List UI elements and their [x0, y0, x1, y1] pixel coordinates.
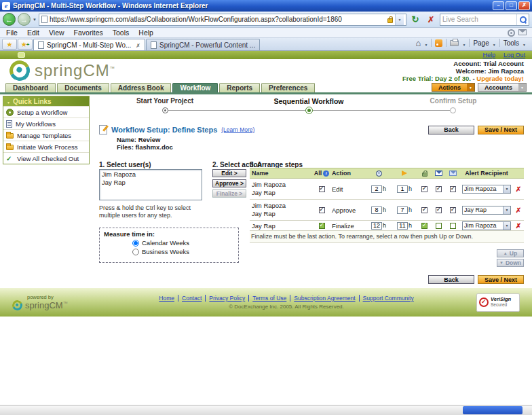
footer-link-subscription[interactable]: Subscription Agreement [290, 295, 355, 302]
alert-time-input[interactable] [397, 206, 408, 214]
step-row-edit[interactable]: Jim Rapoza Jay Rap Edit h h Jim Rapoza [250, 179, 524, 200]
footer-link-support[interactable]: Support Community [359, 295, 414, 302]
option-checkbox[interactable] [436, 186, 442, 192]
users-listbox[interactable]: Jim Rapoza Jay Rap [99, 169, 202, 200]
tools-dropdown-icon[interactable] [522, 37, 526, 49]
step-row-approve[interactable]: Jim Rapoza Jay Rap Approve h h Jay Rap [250, 200, 524, 221]
tab-active[interactable]: SpringCM - Multi-Step Wo... [33, 39, 145, 50]
option-checkbox[interactable] [421, 207, 428, 213]
sidebar-item-view-checked-out[interactable]: View All Checked Out [3, 152, 89, 164]
home-dropdown-icon[interactable] [424, 37, 428, 49]
refresh-button[interactable] [408, 13, 422, 26]
url-input[interactable] [50, 16, 385, 23]
page-menu[interactable]: Page [473, 39, 489, 47]
menu-tools[interactable]: Tools [108, 29, 134, 37]
due-time-input[interactable] [371, 222, 382, 230]
gear-icon[interactable] [508, 29, 515, 37]
remove-step-button[interactable] [516, 222, 521, 230]
all-checkbox[interactable] [319, 207, 325, 213]
alert-time-input[interactable] [397, 222, 408, 230]
close-button[interactable] [518, 1, 530, 10]
nav-tab-preferences[interactable]: Preferences [261, 83, 315, 92]
search-box[interactable] [440, 14, 529, 26]
tools-menu[interactable]: Tools [504, 39, 519, 47]
calendar-weeks-radio[interactable] [132, 240, 139, 247]
info-icon[interactable] [323, 170, 329, 177]
option-checkbox[interactable] [450, 186, 456, 192]
alert-time-input[interactable] [397, 185, 408, 193]
add-favorite-icon[interactable] [18, 39, 33, 50]
feeds-icon[interactable] [435, 39, 442, 47]
menu-favorites[interactable]: Favorites [69, 29, 108, 37]
alert-recipient-select[interactable]: Jay Rap [462, 206, 511, 215]
approve-action-button[interactable]: Approve > [212, 179, 246, 187]
search-input[interactable] [440, 16, 516, 23]
history-dropdown-icon[interactable] [33, 18, 37, 22]
actions-button[interactable]: Actions [432, 83, 475, 92]
due-time-input[interactable] [371, 185, 382, 193]
tab-inactive[interactable]: SpringCM - Powerful Content ... [146, 39, 260, 50]
menu-file[interactable]: File [1, 29, 22, 37]
upgrade-link[interactable]: Upgrade today! [476, 75, 524, 82]
dropdown-arrow-icon[interactable] [503, 222, 510, 230]
option-checkbox[interactable] [450, 207, 456, 213]
remove-step-button[interactable] [516, 206, 521, 214]
footer-link-home[interactable]: Home [159, 295, 174, 302]
user-list-item[interactable]: Jim Rapoza [100, 170, 201, 179]
save-next-button-top[interactable]: Save / Next [478, 126, 524, 134]
dropdown-arrow-icon[interactable] [503, 185, 510, 193]
logout-link[interactable]: Log Out [504, 52, 525, 58]
nav-tab-reports[interactable]: Reports [219, 83, 260, 92]
favorites-icon[interactable] [2, 39, 17, 50]
accounts-dropdown-icon[interactable] [518, 84, 526, 91]
address-dropdown-icon[interactable] [395, 14, 404, 25]
page-dropdown-icon[interactable] [493, 37, 496, 49]
nav-tab-dashboard[interactable]: Dashboard [5, 83, 56, 92]
footer-link-contact[interactable]: Contact [178, 295, 202, 302]
all-checkbox[interactable] [319, 223, 325, 229]
option-checkbox[interactable] [421, 186, 428, 192]
sidebar-item-manage-templates[interactable]: Manage Templates [3, 129, 89, 141]
footer-link-privacy[interactable]: Privacy Policy [205, 295, 245, 302]
nav-tab-documents[interactable]: Documents [57, 83, 109, 92]
back-button[interactable] [3, 13, 16, 26]
menu-help[interactable]: Help [134, 29, 158, 37]
minimize-button[interactable] [493, 1, 504, 10]
help-link[interactable]: Help [482, 52, 495, 58]
sidebar-item-setup-workflow[interactable]: Setup a Workflow [3, 106, 89, 118]
dropdown-arrow-icon[interactable] [503, 206, 510, 214]
save-next-button-bottom[interactable]: Save / Next [478, 275, 524, 284]
forward-button[interactable] [18, 13, 31, 26]
footer-link-terms[interactable]: Terms of Use [248, 295, 286, 302]
maximize-button[interactable] [506, 1, 517, 10]
stop-button[interactable] [424, 13, 438, 26]
home-icon[interactable] [416, 37, 421, 49]
address-field[interactable] [39, 14, 406, 26]
accounts-button[interactable]: Accounts [478, 83, 527, 92]
menu-edit[interactable]: Edit [22, 29, 44, 37]
user-list-item[interactable]: Jay Rap [100, 179, 201, 187]
nav-tab-address-book[interactable]: Address Book [111, 83, 172, 92]
print-dropdown-icon[interactable] [462, 37, 466, 49]
tab-close-icon[interactable] [136, 41, 140, 49]
option-checkbox[interactable] [436, 207, 442, 213]
search-icon[interactable] [516, 14, 529, 25]
mail-icon[interactable] [518, 29, 527, 35]
remove-step-button[interactable] [516, 185, 521, 193]
back-button-bottom[interactable]: Back [428, 275, 474, 284]
sidebar-item-my-workflows[interactable]: My Workflows [3, 118, 89, 129]
alert-recipient-select[interactable]: Jim Rapoza [462, 185, 511, 194]
nav-tab-workflow[interactable]: Workflow [172, 83, 218, 92]
option-checkbox[interactable] [450, 223, 456, 229]
actions-dropdown-icon[interactable] [467, 84, 474, 91]
option-checkbox[interactable] [421, 223, 428, 229]
due-time-input[interactable] [371, 206, 382, 214]
alert-recipient-select[interactable]: Jim Rapoza [462, 221, 511, 230]
back-button-top[interactable]: Back [428, 126, 474, 134]
step-row-finalize[interactable]: Jay Rap Finalize h h Jim Rapoza [250, 221, 524, 231]
business-weeks-radio[interactable] [132, 249, 139, 255]
learn-more-link[interactable]: (Learn More) [221, 126, 254, 133]
menu-view[interactable]: View [44, 29, 69, 37]
edit-action-button[interactable]: Edit > [212, 169, 246, 177]
option-checkbox[interactable] [436, 223, 442, 229]
